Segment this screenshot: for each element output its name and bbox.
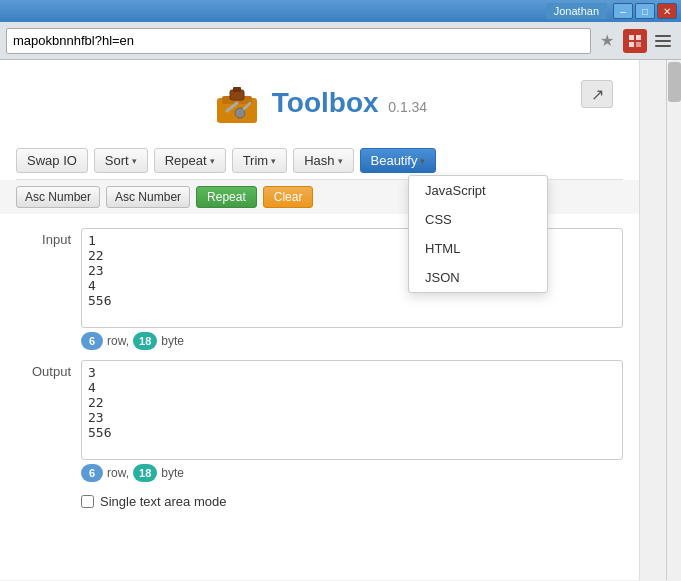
repeat-action-button[interactable]: Repeat [196, 186, 257, 208]
app-version: 0.1.34 [388, 99, 427, 115]
beautify-dropdown: JavaScript CSS HTML JSON [408, 175, 548, 293]
output-byte-label: byte [161, 466, 184, 480]
sort-caret-icon: ▾ [132, 156, 137, 166]
output-byte-badge: 18 [133, 464, 157, 482]
title-bar: Jonathan – □ ✕ [0, 0, 681, 22]
page-scrollbar[interactable] [666, 60, 681, 580]
url-input[interactable] [6, 28, 591, 54]
input-label: Input [16, 228, 81, 350]
title-user: Jonathan [546, 3, 607, 19]
app-title: Toolbox [272, 87, 379, 118]
output-section: Output 3 4 22 23 556 6 row, 18 byte [16, 360, 623, 482]
extension-icon[interactable] [623, 29, 647, 53]
browser-menu-icon[interactable] [651, 29, 675, 53]
app-header: Toolbox 0.1.34 ↗ [16, 70, 623, 142]
dropdown-item-html[interactable]: HTML [409, 234, 547, 263]
repeat-button[interactable]: Repeat ▾ [154, 148, 226, 173]
dropdown-item-json[interactable]: JSON [409, 263, 547, 292]
single-mode-area: Single text area mode [16, 482, 623, 515]
minimize-button[interactable]: – [613, 3, 633, 19]
app-logo-icon [212, 78, 262, 128]
input-row-badge: 6 [81, 332, 103, 350]
bookmark-icon[interactable]: ★ [595, 29, 619, 53]
output-textarea[interactable]: 3 4 22 23 556 [81, 360, 623, 460]
hash-caret-icon: ▾ [338, 156, 343, 166]
hash-button[interactable]: Hash ▾ [293, 148, 353, 173]
asc-number-1-button[interactable]: Asc Number [16, 186, 100, 208]
input-byte-badge: 18 [133, 332, 157, 350]
trim-caret-icon: ▾ [271, 156, 276, 166]
svg-rect-0 [629, 35, 634, 40]
scroll-thumb[interactable] [668, 62, 681, 102]
clear-button[interactable]: Clear [263, 186, 314, 208]
page-content: Toolbox 0.1.34 ↗ Swap IO Sort ▾ Repeat ▾… [0, 60, 640, 580]
svg-rect-2 [629, 42, 634, 47]
output-label: Output [16, 360, 81, 482]
output-wrapper: 3 4 22 23 556 6 row, 18 byte [81, 360, 623, 482]
sort-button[interactable]: Sort ▾ [94, 148, 148, 173]
output-row-label: row, [107, 466, 129, 480]
title-bar-right: Jonathan – □ ✕ [546, 3, 677, 19]
maximize-button[interactable]: □ [635, 3, 655, 19]
share-button[interactable]: ↗ [581, 80, 613, 108]
swap-io-button[interactable]: Swap IO [16, 148, 88, 173]
single-mode-label[interactable]: Single text area mode [100, 494, 226, 509]
svg-rect-1 [636, 35, 641, 40]
asc-number-2-button[interactable]: Asc Number [106, 186, 190, 208]
svg-rect-7 [233, 87, 241, 92]
app-title-group: Toolbox 0.1.34 [272, 87, 427, 119]
input-stats: 6 row, 18 byte [81, 332, 623, 350]
beautify-caret-icon: ▾ [420, 156, 425, 166]
dropdown-item-javascript[interactable]: JavaScript [409, 176, 547, 205]
output-row-badge: 6 [81, 464, 103, 482]
close-button[interactable]: ✕ [657, 3, 677, 19]
single-mode-checkbox[interactable] [81, 495, 94, 508]
input-byte-label: byte [161, 334, 184, 348]
trim-button[interactable]: Trim ▾ [232, 148, 288, 173]
beautify-button[interactable]: Beautify ▾ [360, 148, 437, 173]
svg-rect-3 [636, 42, 641, 47]
dropdown-item-css[interactable]: CSS [409, 205, 547, 234]
address-bar: ★ [0, 22, 681, 60]
repeat-caret-icon: ▾ [210, 156, 215, 166]
output-stats: 6 row, 18 byte [81, 464, 623, 482]
input-row-label: row, [107, 334, 129, 348]
